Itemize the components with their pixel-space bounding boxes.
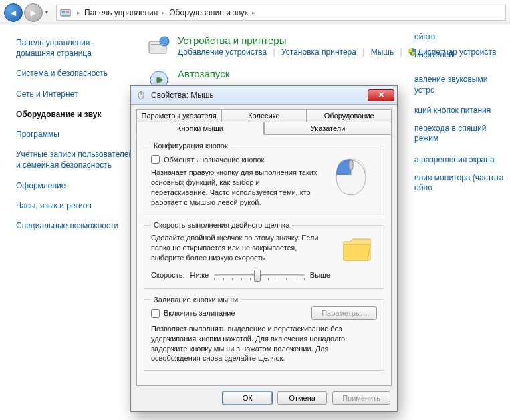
tab-page-buttons: Конфигурация кнопок Обменять назначение … xyxy=(136,134,392,386)
clicklock-desc: Позволяет выполнять выделение и перетаск… xyxy=(151,324,377,363)
group-legend: Конфигурация кнопок xyxy=(151,142,231,150)
partial-visible-links: кций кнопок питания перехода в спящий ре… xyxy=(414,106,510,152)
swap-buttons-checkbox[interactable] xyxy=(151,155,160,164)
dialog-button-row: ОК Отмена Применить xyxy=(131,386,397,411)
link-mouse[interactable]: Мышь xyxy=(371,47,394,57)
sidebar-item-accessibility[interactable]: Специальные возможности xyxy=(16,220,134,231)
close-button[interactable]: ✕ xyxy=(368,89,394,101)
partial-visible-links: а разрешения экрана ения монитора (часто… xyxy=(414,155,510,201)
clicklock-label[interactable]: Включить залипание xyxy=(164,309,235,317)
mouse-icon xyxy=(136,90,147,101)
mouse-properties-dialog: Свойства: Мышь ✕ Параметры указателя Кол… xyxy=(130,85,398,412)
sidebar-item-appearance[interactable]: Оформление xyxy=(16,180,134,191)
tab-hardware[interactable]: Оборудование xyxy=(307,109,392,122)
group-clicklock: Залипание кнопки мыши Параметры... Включ… xyxy=(144,296,384,371)
chevron-right-icon: ▸ xyxy=(252,9,255,16)
chevron-right-icon: ▸ xyxy=(77,9,80,16)
clicklock-params-button[interactable]: Параметры... xyxy=(311,306,377,320)
titlebar[interactable]: Свойства: Мышь ✕ xyxy=(131,86,397,105)
speed-slider[interactable] xyxy=(214,268,305,282)
dialog-title: Свойства: Мышь xyxy=(151,91,368,100)
cancel-button[interactable]: Отмена xyxy=(277,391,327,405)
sidebar: Панель управления - домашняя страница Си… xyxy=(0,25,140,420)
group-legend: Залипание кнопки мыши xyxy=(151,296,241,304)
tab-pointers[interactable]: Указатели xyxy=(264,122,392,135)
partial-visible-links: ойств носителей xyxy=(414,32,453,67)
devices-icon xyxy=(147,35,171,59)
back-button[interactable]: ◄ xyxy=(4,3,23,22)
test-folder-icon[interactable] xyxy=(337,233,377,265)
breadcrumb[interactable]: ▸ Панель управления ▸ Оборудование и зву… xyxy=(56,5,506,21)
sidebar-item-hardware[interactable]: Оборудование и звук xyxy=(16,109,134,120)
sidebar-item-home[interactable]: Панель управления - домашняя страница xyxy=(16,37,134,59)
slider-thumb[interactable] xyxy=(254,270,261,282)
sidebar-item-network[interactable]: Сеть и Интернет xyxy=(16,89,134,99)
svg-rect-5 xyxy=(151,44,163,45)
tab-buttons[interactable]: Кнопки мыши xyxy=(136,122,264,135)
ok-button[interactable]: ОК xyxy=(223,391,272,405)
nav-bar: ◄ ► ▼ ▸ Панель управления ▸ Оборудование… xyxy=(0,0,510,25)
apply-button[interactable]: Применить xyxy=(332,391,390,405)
swap-buttons-label[interactable]: Обменять назначение кнопок xyxy=(164,156,264,164)
breadcrumb-part[interactable]: Оборудование и звук xyxy=(169,8,248,17)
group-button-config: Конфигурация кнопок Обменять назначение … xyxy=(144,142,384,214)
forward-button[interactable]: ► xyxy=(24,3,43,22)
svg-rect-12 xyxy=(349,160,353,170)
speed-low-label: Ниже xyxy=(190,271,209,279)
group-legend: Скорость выполнения двойного щелчка xyxy=(151,221,292,229)
sidebar-item-system[interactable]: Система и безопасность xyxy=(16,68,134,79)
control-panel-icon xyxy=(59,7,72,19)
chevron-right-icon: ▸ xyxy=(162,9,165,16)
arrow-right-icon: ► xyxy=(29,7,38,18)
link-add-device[interactable]: Добавление устройства xyxy=(178,47,267,57)
category-title[interactable]: Автозапуск xyxy=(178,68,229,79)
sidebar-item-clock[interactable]: Часы, язык и регион xyxy=(16,200,134,211)
group-double-click-speed: Скорость выполнения двойного щелчка Сдел… xyxy=(144,221,384,289)
arrow-left-icon: ◄ xyxy=(9,7,18,18)
tab-pointer-options[interactable]: Параметры указателя xyxy=(136,109,221,122)
sidebar-item-programs[interactable]: Программы xyxy=(16,129,134,140)
breadcrumb-part[interactable]: Панель управления xyxy=(84,8,158,17)
tab-wheel[interactable]: Колесико xyxy=(221,109,306,122)
sidebar-item-accounts[interactable]: Учетные записи пользователей и семейная … xyxy=(16,149,134,170)
speed-label: Скорость: xyxy=(151,271,185,279)
svg-rect-1 xyxy=(62,11,65,13)
clicklock-checkbox[interactable] xyxy=(151,309,160,318)
mouse-illustration xyxy=(325,154,377,194)
close-icon: ✕ xyxy=(378,91,384,99)
speed-desc: Сделайте двойной щелчок по этому значку.… xyxy=(151,233,330,263)
button-config-desc: Назначает правую кнопку для выполнения т… xyxy=(151,168,318,207)
link-install-printer[interactable]: Установка принтера xyxy=(281,47,356,57)
nav-history-dropdown[interactable]: ▼ xyxy=(44,9,52,15)
svg-rect-2 xyxy=(66,11,69,13)
partial-visible-links: авление звуковыми устро xyxy=(414,75,510,103)
speed-high-label: Выше xyxy=(310,271,330,279)
